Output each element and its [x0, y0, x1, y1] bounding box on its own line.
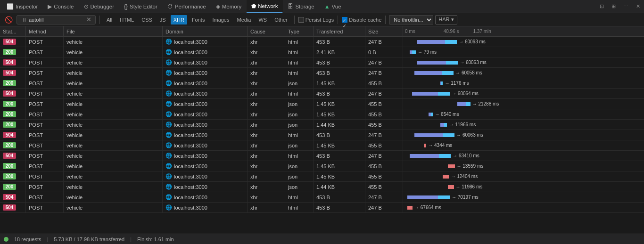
tab-network[interactable]: ⬟ Network [247, 0, 283, 13]
table-row[interactable]: 200 POST vehicle 🌐 localhost:3000 xhr js… [0, 120, 644, 130]
cell-domain: 🌐 localhost:3000 [163, 203, 248, 212]
col-method[interactable]: Method [26, 26, 64, 36]
table-row[interactable]: 504 POST vehicle 🌐 localhost:3000 xhr ht… [0, 130, 644, 140]
filter-js[interactable]: JS [157, 15, 169, 24]
filter-type-divider [99, 16, 100, 24]
persist-logs-text: Persist Logs [305, 17, 334, 23]
cell-type: json [285, 182, 314, 192]
table-row[interactable]: 504 POST vehicle 🌐 localhost:3000 xhr ht… [0, 192, 644, 203]
tab-memory[interactable]: ◈ Memory [211, 0, 247, 13]
bar-recv [425, 144, 426, 147]
tab-storage[interactable]: 🗄 Storage [283, 0, 319, 13]
col-domain[interactable]: Domain [163, 26, 248, 36]
disable-cache-label[interactable]: ✓ Disable cache [342, 17, 381, 23]
tab-debugger[interactable]: ⊙ Debugger [79, 0, 120, 13]
col-status[interactable]: Stat... [0, 26, 26, 36]
close-devtools-icon[interactable]: ✕ [634, 2, 642, 10]
clear-filter-icon[interactable]: ✕ [85, 16, 92, 23]
cell-cause: xhr [248, 151, 285, 161]
cell-type: html [285, 151, 314, 161]
col-cause[interactable]: Cause [248, 26, 285, 36]
globe-icon: 🌐 [165, 194, 172, 200]
table-row[interactable]: 200 POST vehicle 🌐 localhost:3000 xhr js… [0, 182, 644, 192]
col-timeline[interactable]: 0 ms 40.96 s 1.37 min [403, 26, 644, 36]
table-row[interactable]: 504 POST vehicle 🌐 localhost:3000 xhr ht… [0, 203, 644, 213]
filter-bar: 🚫 ⏸ autofill ✕ All HTML CSS JS XHR Fonts… [0, 13, 644, 26]
table-row[interactable]: 200 POST vehicle 🌐 localhost:3000 xhr js… [0, 99, 644, 109]
cell-status: 200 [0, 161, 26, 171]
bar-recv [443, 133, 454, 137]
cell-domain: 🌐 localhost:3000 [163, 120, 248, 130]
cell-size: 455 B [365, 109, 403, 119]
filter-all[interactable]: All [104, 15, 115, 24]
filter-fonts[interactable]: Fonts [189, 15, 208, 24]
col-type[interactable]: Type [285, 26, 314, 36]
clear-log-icon[interactable]: 🚫 [3, 15, 15, 24]
cell-timeline: → 4344 ms [403, 140, 644, 150]
cell-timeline: → 1176 ms [403, 78, 644, 88]
timeline-bar: → 60063 ms [405, 60, 642, 65]
table-row[interactable]: 200 POST vehicle 🌐 localhost:3000 xhr ht… [0, 47, 644, 57]
timeline-bar: → 63410 ms [405, 153, 642, 158]
table-row[interactable]: 200 POST vehicle 🌐 localhost:3000 xhr js… [0, 78, 644, 89]
filter-html[interactable]: HTML [117, 15, 137, 24]
filter-css[interactable]: CSS [139, 15, 155, 24]
table-row[interactable]: 200 POST vehicle 🌐 localhost:3000 xhr js… [0, 109, 644, 120]
bar-time-text: → 79 ms [418, 49, 437, 55]
tab-console[interactable]: ▶ Console [43, 0, 79, 13]
filter-input[interactable]: autofill [29, 17, 85, 23]
filter-ws[interactable]: WS [256, 15, 270, 24]
filter-images[interactable]: Images [209, 15, 232, 24]
timeline-bar: → 79 ms [405, 49, 642, 55]
cell-transferred: 1.45 KB [314, 171, 365, 181]
dock-icon[interactable]: ⊞ [610, 2, 618, 10]
tab-inspector[interactable]: ⬜ Inspector [2, 0, 43, 13]
status-badge: 200 [3, 163, 16, 169]
persist-logs-label[interactable]: Persist Logs [298, 17, 334, 23]
bar-recv [438, 92, 450, 96]
table-row[interactable]: 504 POST vehicle 🌐 localhost:3000 xhr ht… [0, 151, 644, 161]
cell-timeline: → 60063 ms [403, 57, 644, 67]
col-transferred[interactable]: Transferred [314, 26, 365, 36]
table-row[interactable]: 200 POST vehicle 🌐 localhost:3000 xhr js… [0, 161, 644, 171]
table-row[interactable]: 504 POST vehicle 🌐 localhost:3000 xhr ht… [0, 37, 644, 47]
table-row[interactable]: 504 POST vehicle 🌐 localhost:3000 xhr ht… [0, 68, 644, 78]
cell-size: 455 B [365, 171, 403, 181]
console-icon: ▶ [48, 3, 52, 10]
disable-cache-checkbox[interactable]: ✓ [342, 17, 347, 23]
cell-transferred: 1.44 KB [314, 182, 365, 192]
filter-xhr[interactable]: XHR [171, 15, 187, 24]
bar-wait [414, 71, 442, 75]
har-button[interactable]: HAR ▾ [435, 15, 457, 24]
tab-performance[interactable]: ⏱ Performance [163, 0, 211, 13]
table-row[interactable]: 200 POST vehicle 🌐 localhost:3000 xhr js… [0, 140, 644, 151]
tab-vue[interactable]: ▲ Vue [320, 0, 347, 13]
tab-performance-label: Performance [175, 4, 206, 9]
cell-method: POST [26, 192, 64, 202]
table-row[interactable]: 504 POST vehicle 🌐 localhost:3000 xhr ht… [0, 89, 644, 99]
domain-text: localhost:3000 [174, 122, 207, 128]
pause-recording-icon[interactable]: ⏸ [20, 16, 29, 24]
cell-file: vehicle [64, 99, 163, 109]
cell-size: 247 B [365, 68, 403, 78]
tab-style-editor[interactable]: {} Style Editor [119, 0, 163, 13]
cell-timeline: → 70197 ms [403, 192, 644, 202]
col-method-label: Method [29, 29, 46, 34]
filter-other[interactable]: Other [272, 15, 290, 24]
bar-time-text: → 1176 ms [445, 81, 469, 86]
persist-logs-checkbox[interactable] [298, 17, 304, 23]
cell-file: vehicle [64, 192, 163, 202]
timeline-bar: → 11966 ms [405, 122, 642, 127]
filter-media[interactable]: Media [234, 15, 254, 24]
cell-timeline: → 60064 ms [403, 89, 644, 98]
col-size[interactable]: Size [365, 26, 403, 36]
responsive-design-icon[interactable]: ⊡ [598, 2, 606, 10]
table-row[interactable]: 200 POST vehicle 🌐 localhost:3000 xhr js… [0, 171, 644, 182]
timeline-bar: → 12404 ms [405, 174, 642, 179]
table-row[interactable]: 504 POST vehicle 🌐 localhost:3000 xhr ht… [0, 57, 644, 68]
col-file[interactable]: File [64, 26, 163, 36]
cell-timeline: → 60063 ms [403, 130, 644, 140]
throttle-select[interactable]: No throttlin... [389, 15, 433, 24]
more-options-icon[interactable]: ⋯ [621, 2, 630, 10]
cell-method: POST [26, 151, 64, 161]
